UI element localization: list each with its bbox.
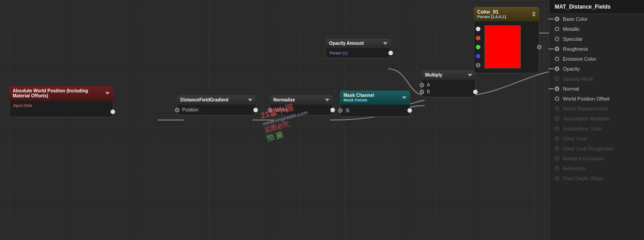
node-awp-output-pin[interactable] [111, 110, 115, 114]
mat-pin-world-position-offset[interactable] [555, 96, 559, 101]
node-color-pin-white[interactable] [476, 27, 480, 31]
node-distance-field-gradient[interactable]: DistanceFieldGradient Position [177, 95, 256, 115]
node-color01[interactable]: Color_01 Param (1,0,0,1) [474, 7, 539, 73]
node-norm-header: Normalize [270, 95, 333, 105]
mat-label-clear-coat: Clear Coat [563, 136, 587, 141]
mat-pin-clear-coat-roughness[interactable] [555, 146, 559, 151]
mat-label-metallic: Metallic [563, 26, 580, 32]
node-norm-title: Normalize [273, 97, 295, 102]
node-mask-title: Mask Channel [344, 93, 374, 98]
node-norm-input-row: Vector [270, 106, 333, 113]
node-mult-b-label: B [427, 89, 430, 94]
mat-row-normal[interactable]: Normal [549, 84, 644, 94]
mat-row-tessellation-multiplier[interactable]: Tessellation Multiplier [549, 114, 644, 124]
mat-row-ambient-occlusion[interactable]: Ambient Occlusion [549, 154, 644, 163]
mat-row-roughness[interactable]: Roughness [549, 44, 644, 54]
mat-pin-opacity[interactable] [555, 67, 559, 71]
mat-row-metallic[interactable]: Metallic [549, 24, 644, 34]
mat-pin-opacity-mask[interactable] [555, 77, 559, 81]
mat-label-world-displacement: World Displacement [563, 106, 607, 111]
node-color-scroll[interactable] [532, 11, 536, 17]
node-opacity-body: Param (1) [325, 48, 391, 58]
node-color-body [474, 21, 539, 73]
mat-row-base-color[interactable]: Base Color [549, 14, 644, 24]
node-mask-input-pin[interactable] [338, 108, 343, 113]
node-norm-output-pin[interactable] [330, 108, 335, 112]
mat-row-opacity-mask[interactable]: Opacity Mask [549, 74, 644, 84]
mat-panel-header: MAT_Distance_Fields [549, 0, 644, 14]
node-opacity-dropdown[interactable] [383, 42, 387, 45]
node-dfg-input-row: Position [177, 106, 256, 113]
node-mult-title: Multiply [425, 72, 442, 77]
node-mask-dropdown[interactable] [402, 96, 407, 99]
mat-row-emissive-color[interactable]: Emissive Color [549, 54, 644, 64]
node-mult-dropdown[interactable] [468, 74, 472, 77]
scroll-up-icon[interactable] [532, 11, 536, 14]
node-color-pin-gray[interactable] [476, 63, 480, 67]
mat-pin-specular[interactable] [555, 37, 559, 41]
node-opacity-param-row: Param (1) [326, 50, 391, 56]
node-mult-output-pin[interactable] [473, 90, 478, 94]
node-color-pin-blue[interactable] [476, 54, 480, 58]
node-opacity-amount[interactable]: Opacity Amount Param (1) [325, 38, 391, 58]
node-awp-dropdown[interactable] [105, 92, 110, 95]
node-mult-a-pin[interactable] [420, 83, 424, 87]
mat-pin-ambient-occlusion[interactable] [555, 156, 559, 161]
node-opacity-header: Opacity Amount [325, 38, 391, 48]
node-opacity-output-pin[interactable] [388, 51, 393, 55]
mat-label-emissive-color: Emissive Color [563, 56, 596, 62]
node-mask-output-pin[interactable] [407, 108, 412, 113]
node-mult-a-row: A [422, 82, 475, 88]
mat-row-clear-coat[interactable]: Clear Coat [549, 134, 644, 144]
node-mult-b-pin[interactable] [420, 90, 424, 94]
mat-pin-roughness[interactable] [555, 47, 559, 51]
node-norm-vector-pin[interactable] [268, 108, 272, 112]
node-norm-input-label: Vector [275, 107, 288, 112]
mat-row-world-position-offset[interactable]: World Position Offset [549, 94, 644, 104]
node-mask-input-label: 实 [345, 107, 350, 114]
node-color-right-pin-area [535, 23, 539, 71]
mat-row-subsurface-color[interactable]: Subsurface Color [549, 124, 644, 134]
mat-row-refraction[interactable]: Refraction [549, 163, 644, 173]
mat-row-world-displacement[interactable]: World Displacement [549, 104, 644, 114]
mat-label-roughness: Roughness [563, 46, 588, 52]
mat-pin-refraction[interactable] [555, 166, 559, 171]
node-normalize[interactable]: Normalize Vector [270, 95, 333, 115]
mat-pin-pixel-depth-offset[interactable] [555, 176, 559, 181]
node-dfg-position-pin[interactable] [175, 108, 179, 112]
mat-row-clear-coat-roughness[interactable]: Clear Coat Roughness [549, 144, 644, 154]
node-dfg-dropdown[interactable] [248, 99, 252, 101]
node-mask-channel[interactable]: Mask Channel Mask Param 实 [340, 91, 410, 117]
node-color-output-pin[interactable] [537, 45, 542, 49]
mat-pin-metallic[interactable] [555, 27, 559, 31]
node-absolute-world-position[interactable]: Absolute World Position (Including Mater… [9, 86, 113, 117]
mat-pin-emissive-color[interactable] [555, 57, 559, 61]
node-awp-subtitle-row: Input Data [10, 102, 113, 109]
mat-pin-world-displacement[interactable] [555, 106, 559, 111]
node-color-pin-green[interactable] [476, 45, 480, 49]
scroll-down-icon[interactable] [532, 14, 536, 17]
mat-label-base-color: Base Color [563, 16, 587, 22]
mat-pin-subsurface-color[interactable] [555, 126, 559, 131]
mat-pin-tessellation-multiplier[interactable] [555, 116, 559, 121]
node-multiply[interactable]: Multiply A B [421, 70, 476, 97]
node-mask-header: Mask Channel Mask Param [340, 91, 410, 105]
mat-row-pixel-depth-offset[interactable]: Pixel Depth Offset [549, 173, 644, 183]
mat-connector-line [548, 19, 554, 19]
mat-pin-normal[interactable] [555, 86, 559, 91]
mat-pin-clear-coat[interactable] [555, 136, 559, 141]
node-norm-dropdown[interactable] [325, 99, 329, 101]
mat-label-clear-coat-roughness: Clear Coat Roughness [563, 146, 613, 151]
node-mult-b-row: B [422, 88, 475, 95]
node-color-content [474, 23, 539, 71]
mat-pin-base-color[interactable] [555, 17, 559, 21]
mat-row-specular[interactable]: Specular [549, 34, 644, 44]
node-dfg-output-pin[interactable] [253, 108, 258, 112]
mat-panel: MAT_Distance_Fields Base ColorMetallicSp… [549, 0, 644, 240]
mat-row-opacity[interactable]: Opacity [549, 64, 644, 74]
node-awp-output-row [10, 109, 113, 115]
node-color-left-pins [474, 23, 482, 71]
mat-label-specular: Specular [563, 36, 582, 42]
mat-label-normal: Normal [563, 86, 579, 91]
node-color-pin-red[interactable] [476, 36, 480, 40]
